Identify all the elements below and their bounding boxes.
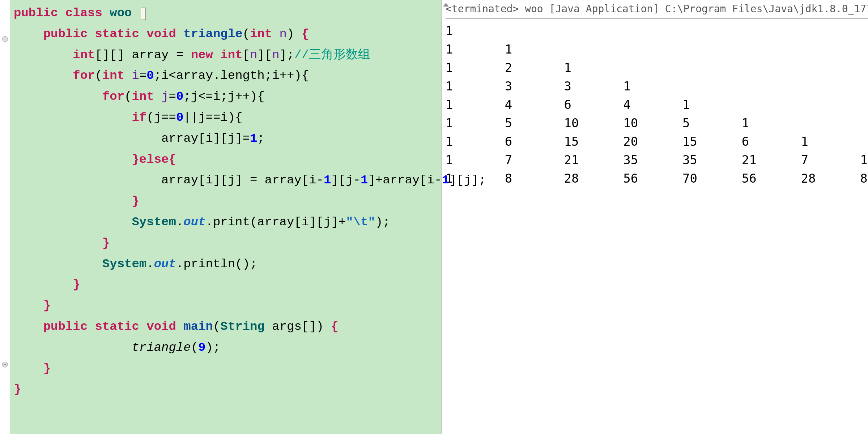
token: triangle	[132, 341, 191, 354]
token: triangle	[183, 27, 242, 41]
token: void	[146, 27, 183, 41]
token: main	[183, 320, 213, 333]
token: {	[169, 153, 176, 166]
token: int	[73, 48, 95, 62]
token: =	[139, 69, 146, 82]
token: "\t"	[346, 215, 375, 229]
token: }	[132, 194, 139, 208]
token: =	[176, 48, 191, 62]
token: }	[43, 362, 51, 375]
token: else	[139, 153, 169, 166]
token: int	[102, 69, 132, 82]
token: .	[146, 257, 154, 271]
editor-scrollbar[interactable]	[441, 0, 442, 434]
token: i	[132, 69, 139, 82]
token: (	[124, 90, 132, 103]
code-line[interactable]: }	[11, 379, 441, 400]
token: (	[191, 341, 198, 354]
token: .	[176, 215, 183, 229]
token: String	[220, 320, 272, 333]
token: 1	[442, 173, 449, 187]
token: ;	[257, 132, 264, 145]
token: class	[65, 6, 110, 20]
token: (	[243, 27, 250, 41]
code-line[interactable]: }	[11, 295, 441, 316]
token: ;j<=i;j++){	[183, 90, 264, 103]
code-line[interactable]: }	[11, 275, 441, 295]
code-line[interactable]: triangle(9);	[11, 337, 441, 358]
token: {	[294, 27, 309, 41]
token: =	[169, 90, 176, 103]
code-line[interactable]: for(int j=0;j<=i;j++){	[11, 86, 441, 107]
token: n	[250, 48, 257, 62]
scroll-up-icon[interactable]	[443, 3, 449, 7]
code-line[interactable]: }else{	[11, 149, 441, 170]
code-line[interactable]: }	[11, 191, 441, 212]
token: .print(array[i][j]+	[206, 215, 346, 229]
code-line[interactable]: array[i][j]=1;	[11, 128, 441, 149]
token: //三角形数组	[294, 48, 370, 62]
token: }	[102, 236, 110, 250]
console-output[interactable]: 1 1 1 1 2 1 1 3 3 1 1 4 6 4 1 1 5 10 10 …	[446, 22, 868, 188]
token: )	[287, 27, 294, 41]
token: for	[73, 69, 95, 82]
token: ][j-	[331, 173, 361, 187]
token: );	[375, 215, 390, 229]
code-line[interactable]: }	[11, 358, 441, 379]
code-content[interactable]: public class woo public static void tria…	[11, 3, 441, 400]
code-line[interactable]: public static void triangle(int n) {	[11, 24, 441, 45]
token: )	[316, 320, 324, 333]
code-line[interactable]: for(int i=0;i<array.length;i++){	[11, 65, 441, 86]
token: }	[43, 299, 51, 312]
console-panel: <terminated> woo [Java Application] C:\P…	[442, 0, 868, 434]
token: [	[243, 48, 250, 62]
code-line[interactable]: public static void main(String args[]) {	[11, 316, 441, 337]
code-editor[interactable]: −− public class woo public static void t…	[0, 0, 441, 434]
token: for	[102, 90, 124, 103]
token: (j==	[146, 111, 176, 124]
code-line[interactable]: array[i][j] = array[i-1][j-1]+array[i-1]…	[11, 170, 441, 191]
code-line[interactable]: }	[11, 233, 441, 254]
token: args[]	[272, 320, 316, 333]
token: 1	[324, 173, 331, 187]
token: System	[132, 215, 176, 229]
token: ||j==i){	[183, 111, 242, 124]
token: 0	[176, 111, 183, 124]
token: public static	[43, 320, 147, 333]
token: int	[250, 27, 280, 41]
token: ]+array[i-	[368, 173, 442, 187]
token: System	[102, 257, 146, 271]
token: public static	[43, 27, 147, 41]
token: array	[132, 48, 176, 62]
token: n	[280, 27, 287, 41]
token: }	[132, 153, 139, 166]
fold-toggle-icon[interactable]: −	[2, 36, 8, 42]
token: woo	[110, 6, 139, 20]
token: [][]	[95, 48, 132, 62]
code-line[interactable]: public class woo	[11, 3, 441, 24]
code-line[interactable]: if(j==0||j==i){	[11, 107, 441, 128]
token: public	[14, 6, 65, 20]
token: if	[132, 111, 146, 124]
code-line[interactable]: System.out.println();	[11, 254, 441, 275]
editor-gutter: −−	[0, 0, 10, 434]
code-line[interactable]: System.out.print(array[i][j]+"\t");	[11, 212, 441, 233]
token: int	[132, 90, 161, 103]
token: ];	[280, 48, 294, 62]
ide-window: −− public class woo public static void t…	[0, 0, 868, 434]
fold-toggle-icon[interactable]: −	[2, 362, 8, 367]
token: 0	[146, 69, 154, 82]
token: new int	[191, 48, 243, 62]
token: 1	[361, 173, 368, 187]
token: void	[146, 320, 183, 333]
console-header: <terminated> woo [Java Application] C:\P…	[446, 1, 868, 19]
token: 9	[198, 341, 205, 354]
token: n	[272, 48, 279, 62]
token: }	[14, 382, 21, 396]
token: 1	[250, 132, 257, 145]
token: ][j];	[449, 173, 486, 187]
token: {	[324, 320, 339, 333]
code-line[interactable]: int[][] array = new int[n][n];//三角形数组	[11, 45, 441, 66]
token: .println();	[176, 257, 257, 271]
token: (	[213, 320, 220, 333]
